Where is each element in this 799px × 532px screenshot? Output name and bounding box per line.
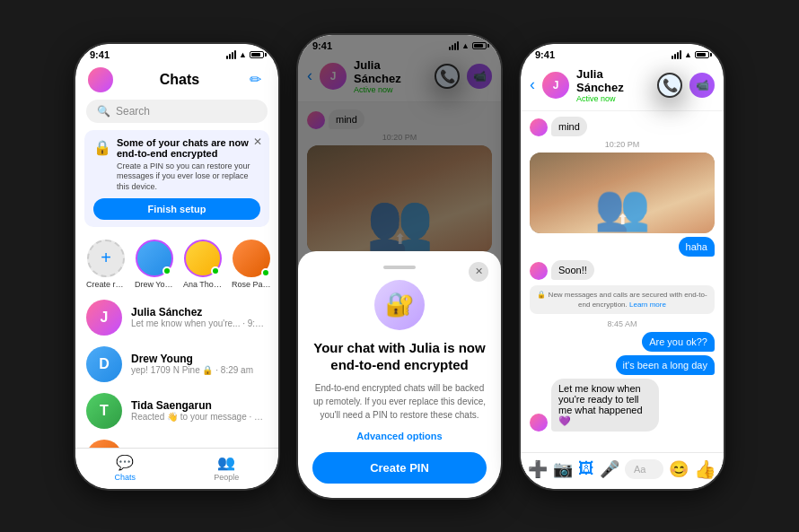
story-create-room[interactable]: + Create room [86,240,126,289]
signal-icon [226,50,236,59]
encryption-notice-3: 🔒 New messages and calls are secured wit… [530,285,715,314]
msg-avatar-julia-3 [530,118,548,136]
banner-close-button[interactable]: ✕ [253,135,262,148]
story-ana[interactable]: Ana Thomas [183,240,223,289]
phone-3-screen: 9:41 ▲ ‹ J Julia Sánchez Active now [521,44,724,489]
status-bar-1: 9:41 ▲ [75,44,278,62]
story-label-2: Ana Thomas [183,280,223,289]
chat-avatar-drew: D [86,346,122,382]
status-icons-3: ▲ [672,50,709,59]
chat-preview-tida: Reacted 👋 to your message · Mon [131,412,268,422]
video-call-button-3[interactable]: 📹 [689,73,715,98]
bubble-ok: Are you ok?? [642,332,715,352]
encryption-banner: 🔒 Some of your chats are now end-to-end … [84,130,269,227]
learn-more-link[interactable]: Learn more [629,301,666,309]
battery-icon-3 [695,51,709,58]
modal-desc-2: End-to-end encrypted chats will be backe… [312,381,487,422]
bottom-nav-1: 💬 Chats 👥 People [75,448,278,489]
wifi-icon-3: ▲ [684,50,692,59]
msg-tell-me: Let me know when you're ready to tell me… [530,379,715,432]
search-icon: 🔍 [97,105,110,118]
search-placeholder: Search [116,105,150,118]
call-icons-3: 📞 📹 [657,73,715,98]
chat-item-drew[interactable]: D Drew Young yep! 1709 N Pine 🔒 · 8:29 a… [75,341,278,388]
chat-preview-drew: yep! 1709 N Pine 🔒 · 8:29 am [131,365,268,375]
add-attachment-icon[interactable]: ➕ [528,459,548,479]
people-nav-icon: 👥 [217,454,235,471]
msg-avatar-julia-3b [530,262,548,280]
emoji-icon[interactable]: 😊 [669,459,689,479]
messages-area-3: mind 10:20 PM 👥 ⬆ haha Soon!! 🔒 N [521,111,724,475]
banner-title: Some of your chats are now end-to-end en… [117,137,260,159]
lock-icon: 🔒 [93,139,111,156]
phone-3: 9:41 ▲ ‹ J Julia Sánchez Active now [519,42,725,491]
wifi-icon: ▲ [239,50,247,59]
camera-icon[interactable]: 📷 [553,459,573,479]
nav-people[interactable]: 👥 People [214,454,239,482]
phone-2-screen: 9:41 ▲ ‹ J Julia Sánchez Active now [298,35,501,498]
chat-header-3: ‹ J Julia Sánchez Active now 📞 📹 [521,62,724,111]
online-dot-drew [162,266,171,275]
msg-soon: Soon!! [530,260,715,280]
chat-info-julia: Julia Sánchez Let me know when you're...… [131,306,268,328]
create-pin-button-2[interactable]: Create PIN [312,452,487,484]
chats-nav-icon: 💬 [116,454,134,471]
nav-people-label: People [214,473,239,482]
msg-long-day: it's been a long day [530,355,715,375]
compose-button[interactable]: ✏ [246,70,266,90]
image-icon[interactable]: 🖼 [578,459,594,478]
contact-status-3: Active now [576,94,650,103]
modal-lock-icon: 🔐 [374,280,425,330]
time-3: 9:41 [535,49,555,60]
bubble-haha: haha [679,237,715,257]
contact-avatar-3: J [542,72,569,99]
banner-desc: Create a PIN so you can restore your mes… [117,161,260,193]
user-avatar[interactable] [88,67,113,92]
input-bar-3: ➕ 📷 🖼 🎤 Aa 😊 👍 [521,452,724,489]
story-label-1: Drew Young [135,280,174,289]
modal-sheet-2: ✕ 🔐 Your chat with Julia is now end-to-e… [298,251,501,498]
voice-call-button-3[interactable]: 📞 [657,73,682,98]
thumbs-up-button[interactable]: 👍 [694,458,716,480]
battery-icon [250,51,264,58]
chat-avatar-julia: J [86,300,122,336]
modal-title-2: Your chat with Julia is now end-to-end e… [312,339,487,374]
create-room-icon: + [87,240,125,277]
back-button-3[interactable]: ‹ [530,75,535,94]
bubble-tell-me: Let me know when you're ready to tell me… [551,379,659,432]
bubble-soon: Soon!! [551,260,594,280]
chat-info-drew: Drew Young yep! 1709 N Pine 🔒 · 8:29 am [131,353,268,375]
modal-advanced-link-2[interactable]: Advanced options [312,431,487,441]
chat-item-julia[interactable]: J Julia Sánchez Let me know when you're.… [75,294,278,341]
drag-handle-2 [383,266,416,269]
search-bar[interactable]: 🔍 Search [86,100,268,123]
chats-header: Chats ✏ [75,62,278,100]
message-input-3[interactable]: Aa [625,459,663,479]
nav-chats[interactable]: 💬 Chats [115,454,136,482]
time-1: 9:41 [90,49,110,60]
story-rose[interactable]: Rose Padilla [232,240,271,289]
input-placeholder-3: Aa [634,464,645,475]
share-icon-3[interactable]: ⬆ [617,211,628,228]
mic-icon[interactable]: 🎤 [600,459,619,479]
contact-name-3: Julia Sánchez [576,67,650,94]
contact-info-3: Julia Sánchez Active now [576,67,650,103]
msg-ok: Are you ok?? [530,332,715,352]
finish-setup-button[interactable]: Finish setup [93,198,260,220]
phone-2: 9:41 ▲ ‹ J Julia Sánchez Active now [296,33,503,500]
story-avatar-ana [184,240,222,277]
chat-name-tida: Tida Saengarun [131,399,268,412]
chats-title: Chats [160,72,199,88]
story-label-0: Create room [86,280,126,289]
story-label-3: Rose Padilla [232,280,271,289]
msg-mind-3: mind [530,117,715,136]
signal-icon-3 [672,50,681,59]
story-drew[interactable]: Drew Young [135,240,174,289]
modal-close-button-2[interactable]: ✕ [469,262,488,282]
story-avatar-drew [136,240,173,277]
msg-avatar-julia-3c [530,414,548,432]
bubble-mind-3: mind [551,117,587,136]
chat-name-drew: Drew Young [131,353,268,365]
chat-item-tida[interactable]: T Tida Saengarun Reacted 👋 to your messa… [75,388,278,434]
status-bar-3: 9:41 ▲ [521,44,724,62]
